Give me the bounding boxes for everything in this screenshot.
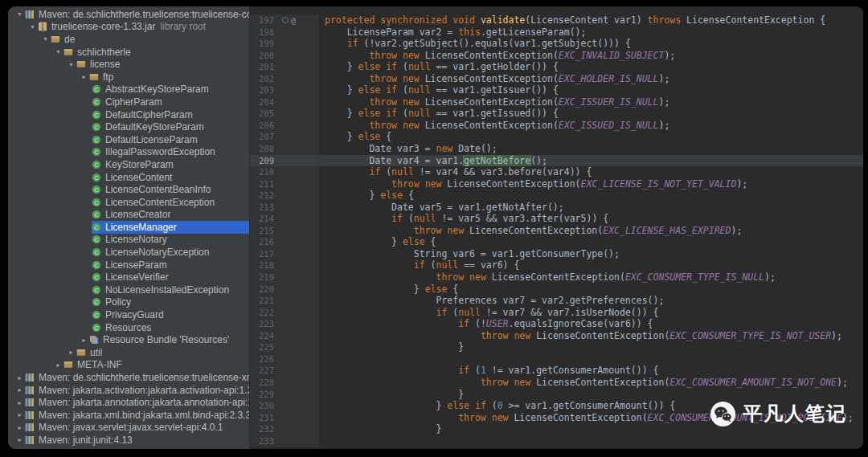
tree-item-util[interactable]: ▸util xyxy=(8,346,249,359)
code-line-205[interactable]: 205 } else if (null == var1.getIssued())… xyxy=(250,108,863,120)
line-number[interactable]: 208 xyxy=(250,143,277,155)
chevron-right-icon[interactable]: ▸ xyxy=(79,73,89,80)
code-line-224[interactable]: 224 throw new LicenseContentException(EX… xyxy=(250,330,863,342)
code-line-208[interactable]: 208 Date var3 = new Date(); xyxy=(250,143,863,155)
tree-item-meta-inf[interactable]: ▸META-INF xyxy=(8,359,249,372)
tree-item-de[interactable]: ▾de xyxy=(8,33,249,46)
chevron-right-icon[interactable]: ▸ xyxy=(14,399,25,406)
code-line-207[interactable]: 207 } else { xyxy=(250,131,863,143)
code-line-199[interactable]: 199 if (!var2.getSubject().equals(var1.g… xyxy=(250,38,863,50)
line-number[interactable]: 230 xyxy=(250,400,277,412)
line-number[interactable]: 231 xyxy=(250,412,277,424)
code-line-203[interactable]: 203 } else if (null == var1.getIssuer())… xyxy=(250,84,863,96)
tree-item-nolicenseinstalledexception[interactable]: CNoLicenseInstalledException xyxy=(8,284,249,296)
code-line-198[interactable]: 198 LicenseParam var2 = this.getLicenseP… xyxy=(250,27,863,39)
code-line-229[interactable]: 229 } xyxy=(250,389,863,401)
tree-item-licensemanager[interactable]: CLicenseManager xyxy=(8,221,249,234)
tree-item-schlichtherle[interactable]: ▾schlichtherle xyxy=(8,46,249,59)
chevron-right-icon[interactable]: ▸ xyxy=(66,349,76,356)
code-line-233[interactable]: 233 xyxy=(250,435,863,447)
code-line-228[interactable]: 228 throw new LicenseContentException(EX… xyxy=(250,377,863,389)
line-number[interactable]: 228 xyxy=(250,377,277,389)
code-line-220[interactable]: 220 } else { xyxy=(250,284,863,296)
line-number[interactable]: 225 xyxy=(250,341,277,353)
tree-item-privacyguard[interactable]: CPrivacyGuard xyxy=(8,308,249,321)
code-line-201[interactable]: 201 } else if (null == var1.getHolder())… xyxy=(250,61,863,73)
chevron-right-icon[interactable]: ▸ xyxy=(53,361,63,369)
chevron-right-icon[interactable]: ▸ xyxy=(14,424,25,431)
line-number[interactable]: 214 xyxy=(250,213,277,225)
tree-item-maven-jakarta-annotation-jakarta-annotation-api-1-3-5[interactable]: ▸Maven: jakarta.annotation:jakarta.annot… xyxy=(8,396,249,409)
code-line-197[interactable]: 197@protected synchronized void validate… xyxy=(250,14,863,27)
line-number[interactable]: 220 xyxy=(250,284,277,296)
chevron-right-icon[interactable]: ▸ xyxy=(14,411,25,418)
tree-item-defaultlicenseparam[interactable]: CDefaultLicenseParam xyxy=(8,133,249,146)
code-line-223[interactable]: 223 if (!USER.equalsIgnoreCase(var6)) { xyxy=(250,318,863,330)
line-number[interactable]: 212 xyxy=(250,190,277,202)
tree-item-licensecontentbeaninfo[interactable]: CLicenseContentBeanInfo xyxy=(8,183,249,196)
line-number[interactable]: 198 xyxy=(250,27,277,39)
code-line-225[interactable]: 225 } xyxy=(250,341,863,353)
line-number[interactable]: 200 xyxy=(250,50,277,62)
code-line-204[interactable]: 204 throw new LicenseContentException(EX… xyxy=(250,96,863,108)
code-line-202[interactable]: 202 throw new LicenseContentException(EX… xyxy=(250,73,863,85)
line-number[interactable]: 202 xyxy=(250,73,277,85)
code-line-200[interactable]: 200 throw new LicenseContentException(EX… xyxy=(250,50,863,62)
line-number[interactable]: 233 xyxy=(250,435,277,447)
tree-item-licensenotary[interactable]: CLicenseNotary xyxy=(8,234,249,247)
chevron-right-icon[interactable]: ▸ xyxy=(14,374,25,382)
line-number[interactable]: 218 xyxy=(250,259,277,271)
code-line-226[interactable]: 226 xyxy=(250,353,863,365)
tree-item-keystoreparam[interactable]: CKeyStoreParam xyxy=(8,158,249,171)
line-number[interactable]: 213 xyxy=(250,202,277,214)
line-number[interactable]: 219 xyxy=(250,271,277,284)
line-number[interactable]: 226 xyxy=(250,353,277,365)
code-line-227[interactable]: 227 if (1 != var1.getConsumerAmount()) { xyxy=(250,365,863,377)
code-line-214[interactable]: 214 if (null != var5 && var3.after(var5)… xyxy=(250,213,863,225)
tree-item-licensecontentexception[interactable]: CLicenseContentException xyxy=(8,196,249,209)
code-line-211[interactable]: 211 throw new LicenseContentException(EX… xyxy=(250,178,863,190)
line-number[interactable]: 199 xyxy=(250,38,277,50)
line-number[interactable]: 222 xyxy=(250,307,277,319)
code-line-218[interactable]: 218 if (null == var6) { xyxy=(250,259,863,271)
line-number[interactable]: 204 xyxy=(250,96,277,108)
code-line-216[interactable]: 216 } else { xyxy=(250,236,863,248)
line-number[interactable]: 203 xyxy=(250,84,277,96)
code-line-206[interactable]: 206 throw new LicenseContentException(EX… xyxy=(250,120,863,132)
tree-item-ftp[interactable]: ▸ftp xyxy=(8,71,249,84)
tree-item-truelicense-core-1-33-jar[interactable]: ▾truelicense-core-1.33.jarlibrary root xyxy=(8,21,249,34)
annotation-gutter-icon[interactable]: @ xyxy=(291,16,296,25)
tree-item-defaultkeystoreparam[interactable]: CDefaultKeyStoreParam xyxy=(8,120,249,133)
line-number[interactable]: 207 xyxy=(250,131,277,143)
line-number[interactable]: 206 xyxy=(250,120,277,132)
code-line-209[interactable]: 209 Date var4 = var1.getNotBefore(); xyxy=(250,155,863,167)
tree-item-maven-javax-servlet-javax-servlet-api-4-0-1[interactable]: ▸Maven: javax.servlet:javax.servlet-api:… xyxy=(8,422,249,435)
chevron-right-icon[interactable]: ▸ xyxy=(79,337,89,344)
chevron-down-icon[interactable]: ▾ xyxy=(66,61,76,68)
code-line-212[interactable]: 212 } else { xyxy=(250,190,863,202)
tree-item-defaultcipherparam[interactable]: CDefaultCipherParam xyxy=(8,108,249,121)
line-number[interactable]: 217 xyxy=(250,248,277,260)
tree-item-illegalpasswordexception[interactable]: CIllegalPasswordException xyxy=(8,146,249,159)
line-number[interactable]: 215 xyxy=(250,225,277,237)
tree-item-resource-bundle-resources[interactable]: ▸Resource Bundle 'Resources' xyxy=(8,333,249,346)
line-number[interactable]: 227 xyxy=(250,365,277,377)
code-line-217[interactable]: 217 String var6 = var1.getConsumerType()… xyxy=(250,248,863,260)
code-line-219[interactable]: 219 throw new LicenseContentException(EX… xyxy=(250,271,863,284)
line-number[interactable]: 209 xyxy=(250,155,277,167)
tree-item-license[interactable]: ▾license xyxy=(8,58,249,71)
tree-item-maven-de-schlichtherle-truelicense-truelicense-xml-1[interactable]: ▸Maven: de.schlichtherle.truelicense:tru… xyxy=(8,371,249,384)
tree-item-licensecreator[interactable]: CLicenseCreator xyxy=(8,209,249,222)
chevron-down-icon[interactable]: ▾ xyxy=(40,35,51,43)
code-line-222[interactable]: 222 if (null != var7 && var7.isUserNode(… xyxy=(250,307,863,319)
line-number[interactable]: 197 xyxy=(250,14,277,27)
code-line-213[interactable]: 213 Date var5 = var1.getNotAfter(); xyxy=(250,202,863,214)
tree-item-licensenotaryexception[interactable]: CLicenseNotaryException xyxy=(8,246,249,259)
line-number[interactable]: 232 xyxy=(250,423,277,435)
tree-item-resources[interactable]: CResources xyxy=(8,321,249,334)
line-number[interactable]: 221 xyxy=(250,295,277,307)
tree-item-abstractkeystoreparam[interactable]: CAbstractKeyStoreParam xyxy=(8,84,249,96)
line-number[interactable]: 224 xyxy=(250,330,277,342)
line-number[interactable]: 205 xyxy=(250,108,277,120)
code-line-215[interactable]: 215 throw new LicenseContentException(EX… xyxy=(250,225,863,237)
